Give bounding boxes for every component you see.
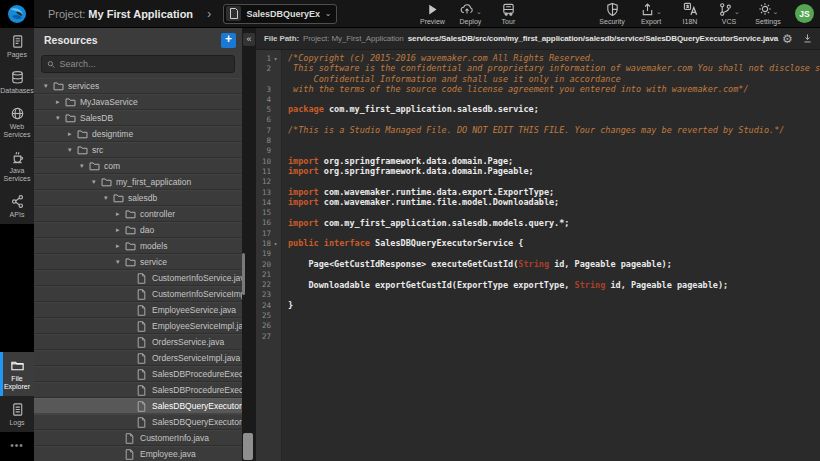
gutter-line: 8 xyxy=(256,135,281,145)
action-vcs-button[interactable]: ⌄VCS xyxy=(716,2,742,25)
tree-folder-services[interactable]: ▾services xyxy=(34,78,242,94)
search-box xyxy=(41,55,235,73)
toolbar-right-actions: Security⌄ExportI18N⌄VCS⌄Settings xyxy=(599,2,781,25)
tree-file-employeeserviceimpl-java[interactable]: EmployeeServiceImpl.java xyxy=(34,318,242,334)
sidebar-item-pages[interactable]: Pages xyxy=(0,28,34,64)
tree-folder-designtime[interactable]: ▸designtime xyxy=(34,126,242,142)
collapsed-arrow-icon[interactable]: ▸ xyxy=(116,242,125,250)
collapsed-arrow-icon[interactable]: ▸ xyxy=(116,210,125,218)
fold-arrow-icon[interactable]: ▾ xyxy=(271,240,280,247)
tree-file-ordersserviceimpl-java[interactable]: OrdersServiceImpl.java xyxy=(34,350,242,366)
download-file-icon[interactable] xyxy=(802,33,813,44)
tree-file-ordersservice-java[interactable]: OrdersService.java xyxy=(34,334,242,350)
code-line xyxy=(288,310,820,320)
tree-file-customerinfo-java[interactable]: CustomerInfo.java xyxy=(34,430,242,446)
action-export-button[interactable]: ⌄Export xyxy=(638,2,664,25)
action-preview-button[interactable]: Preview xyxy=(419,2,445,25)
tree-file-employeeservice-java[interactable]: EmployeeService.java xyxy=(34,302,242,318)
tree-file-salesdbprocedureexecutorserviceimpl-java[interactable]: SalesDBProcedureExecutorServiceImpl.java xyxy=(34,382,242,398)
resources-title: Resources xyxy=(44,34,221,46)
sidebar-item-apis[interactable]: APIs xyxy=(0,188,34,224)
open-file-selector[interactable]: SalesDBQueryExec... ⌄ xyxy=(223,4,337,24)
wavemaker-studio: Project: My First Application › SalesDBQ… xyxy=(0,0,820,461)
sidebar-item-label: Java Services xyxy=(0,167,34,183)
globe-icon xyxy=(10,106,25,121)
tree-folder-controller[interactable]: ▸controller xyxy=(34,206,242,222)
code-editor[interactable]: 1▾23456789101112131415161718▾19202122232… xyxy=(256,50,820,461)
line-number: 21 xyxy=(256,270,271,279)
tree-file-employee-java[interactable]: Employee.java xyxy=(34,446,242,461)
folder-icon xyxy=(65,113,78,123)
sidebar-item-web-services[interactable]: Web Services xyxy=(0,100,34,144)
line-number: 2 xyxy=(256,64,271,73)
user-avatar[interactable]: JS xyxy=(795,4,814,23)
tree-file-salesdbqueryexecutorservice-java[interactable]: SalesDBQueryExecutorService.java xyxy=(34,398,242,414)
line-number: 7 xyxy=(256,126,271,135)
divider-scroll-thumb[interactable] xyxy=(243,433,253,460)
expanded-arrow-icon[interactable]: ▾ xyxy=(116,258,125,266)
expanded-arrow-icon[interactable]: ▾ xyxy=(56,114,65,122)
tree-folder-models[interactable]: ▸models xyxy=(34,238,242,254)
action-i18n-button[interactable]: I18N xyxy=(677,2,703,25)
tree-scrollbar-thumb[interactable] xyxy=(242,253,245,295)
gutter-line: 15 xyxy=(256,207,281,217)
tree-folder-myjavaservice[interactable]: ▸MyJavaService xyxy=(34,94,242,110)
collapsed-arrow-icon[interactable]: ▸ xyxy=(68,130,77,138)
gutter-line: 16 xyxy=(256,218,281,228)
action-tour-button[interactable]: Tour xyxy=(495,2,521,25)
collapsed-arrow-icon[interactable]: ▸ xyxy=(116,226,125,234)
tree-folder-service[interactable]: ▾service xyxy=(34,254,242,270)
tree-item-label: MyJavaService xyxy=(80,97,138,107)
expanded-arrow-icon[interactable]: ▾ xyxy=(92,178,101,186)
gutter-line: 10 xyxy=(256,156,281,166)
java-icon xyxy=(10,150,25,165)
panel-divider[interactable]: « xyxy=(242,28,256,461)
gutter-line: 24 xyxy=(256,300,281,310)
sidebar-item-logs[interactable]: Logs xyxy=(0,396,34,432)
code-line xyxy=(288,249,820,259)
more-options-button[interactable]: ••• xyxy=(0,432,34,461)
tree-folder-src[interactable]: ▾src xyxy=(34,142,242,158)
tree-item-label: controller xyxy=(140,209,175,219)
collapse-panel-icon[interactable]: « xyxy=(243,33,255,46)
wavemaker-logo[interactable] xyxy=(0,0,34,28)
expanded-arrow-icon[interactable]: ▾ xyxy=(80,162,89,170)
tree-item-label: Employee.java xyxy=(140,449,196,459)
sidebar-item-label: File Explorer xyxy=(0,375,34,391)
expanded-arrow-icon[interactable]: ▾ xyxy=(104,194,113,202)
sidebar-item-label: APIs xyxy=(10,211,25,219)
line-number: 16 xyxy=(256,218,271,227)
tree-folder-dao[interactable]: ▸dao xyxy=(34,222,242,238)
tree-folder-com[interactable]: ▾com xyxy=(34,158,242,174)
toolbar-center-actions: Preview⌄DeployTour xyxy=(419,2,521,25)
collapsed-arrow-icon[interactable]: ▸ xyxy=(56,98,65,106)
tree-item-label: com xyxy=(104,161,120,171)
fold-arrow-icon[interactable]: ▾ xyxy=(271,55,280,62)
tree-file-salesdbqueryexecutorserviceimpl-java[interactable]: SalesDBQueryExecutorServiceImpl.java xyxy=(34,414,242,430)
tree-item-label: OrdersService.java xyxy=(152,337,224,347)
expanded-arrow-icon[interactable]: ▾ xyxy=(68,146,77,154)
tree-folder-salesdb[interactable]: ▾SalesDB xyxy=(34,110,242,126)
add-resource-button[interactable]: + xyxy=(221,33,236,48)
project-label: Project: xyxy=(48,8,85,20)
expanded-arrow-icon[interactable]: ▾ xyxy=(44,82,53,90)
chevron-down-icon: ⌄ xyxy=(773,8,779,16)
sidebar-item-label: Databases xyxy=(0,87,33,95)
action-deploy-button[interactable]: ⌄Deploy xyxy=(457,2,483,25)
sidebar-item-databases[interactable]: Databases xyxy=(0,64,34,100)
sidebar-item-file-explorer[interactable]: File Explorer xyxy=(0,352,34,396)
tree-item-label: SalesDBQueryExecutorServiceImpl.java xyxy=(152,417,242,427)
tree-file-salesdbprocedureexecutorservice-java[interactable]: SalesDBProcedureExecutorService.java xyxy=(34,366,242,382)
action-settings-button[interactable]: ⌄Settings xyxy=(755,2,781,25)
tree-file-customerinfoserviceimpl-java[interactable]: CustomerInfoServiceImpl.java xyxy=(34,286,242,302)
tree-folder-my-first-application[interactable]: ▾my_first_application xyxy=(34,174,242,190)
search-input[interactable] xyxy=(59,59,229,69)
toolbar-button-label: Preview xyxy=(420,18,445,25)
editor-settings-gear-icon[interactable]: ⚙ xyxy=(782,33,793,45)
sidebar-item-label: Web Services xyxy=(0,123,34,139)
sidebar-item-java-services[interactable]: Java Services xyxy=(0,144,34,188)
tree-file-customerinfoservice-java[interactable]: CustomerInfoService.java xyxy=(34,270,242,286)
tree-folder-salesdb[interactable]: ▾salesdb xyxy=(34,190,242,206)
project-breadcrumb[interactable]: Project: My First Application xyxy=(48,8,193,20)
action-security-button[interactable]: Security xyxy=(599,2,625,25)
